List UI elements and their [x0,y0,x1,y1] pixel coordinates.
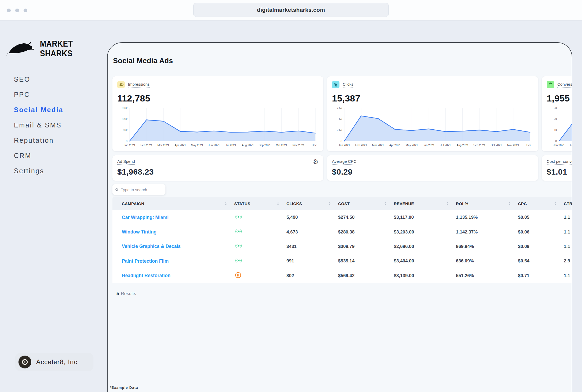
svg-text:Jun 2021: Jun 2021 [423,144,434,147]
status-badge [235,228,242,235]
clicks-card: Clicks 15,387 Jan 2021Feb 2021Mar 2021Ap… [327,76,538,151]
sort-icon[interactable] [277,201,279,206]
svg-text:Jul 2021: Jul 2021 [440,144,451,147]
sort-icon[interactable] [554,201,557,206]
campaign-link[interactable]: Window Tinting [122,229,157,235]
sort-icon[interactable] [224,201,227,206]
clicks-label[interactable]: Clicks [343,82,353,88]
svg-text:Apr 2021: Apr 2021 [389,144,401,147]
account-switcher[interactable]: Acceler8, Inc [15,353,93,371]
window-dot-icon[interactable] [7,9,11,12]
svg-text:Sep 2021: Sep 2021 [473,144,485,147]
cursor-click-icon [332,81,339,88]
clicks-cell: 802 [286,273,338,278]
conversions-value: 1,955 [547,93,572,104]
status-badge [235,257,242,264]
average-cpc-label[interactable]: Average CPC [332,159,356,165]
ad-spend-value: $1,968.23 [117,167,319,176]
conversions-chart: Jan 2021Feb 2021Mar 2021Apr 2021May 2021… [547,106,572,148]
ctr-cell: 1.1 [564,215,572,220]
page-title: Social Media Ads [113,57,173,65]
account-avatar [18,356,31,368]
campaign-cell: Vehicle Graphics & Decals [112,244,234,249]
sort-icon[interactable] [328,201,331,206]
cost-per-conversion-label[interactable]: Cost per conversion [547,159,572,165]
svg-text:Mar 2021: Mar 2021 [157,144,169,147]
impressions-label[interactable]: Impressions [128,82,150,88]
cost-per-conversion-card: Cost per conversion $1.01 [542,155,572,181]
table-row: Paint Protection Film991$535.14$3,404.00… [112,254,572,268]
sidebar-item-crm[interactable]: CRM [14,148,63,163]
svg-text:Nov 2021: Nov 2021 [507,144,519,147]
search-icon [115,188,119,192]
main-panel: Social Media Ads Impressions 112,785 Jan… [107,42,572,392]
column-header-cost[interactable]: COST [338,201,394,206]
svg-text:Jun 2021: Jun 2021 [208,144,220,147]
column-header-cpc[interactable]: CPC [518,201,564,206]
sidebar-item-reputation[interactable]: Reputation [14,133,63,148]
svg-text:0: 0 [341,140,342,143]
ctr-cell: 1.1 [564,229,572,235]
campaign-link[interactable]: Vehicle Graphics & Decals [122,244,181,249]
cpc-cell: $0.54 [518,258,564,264]
sort-icon[interactable] [446,201,449,206]
svg-text:150k: 150k [121,106,128,110]
campaign-link[interactable]: Paint Protection Film [122,258,169,264]
search-input[interactable] [121,187,163,192]
table-row: Headlight Restoration802$569.42$3,139.00… [112,269,572,283]
roi-cell: 869.84% [456,244,518,249]
column-header-roi[interactable]: ROI % [456,201,518,206]
search-box[interactable] [112,184,165,195]
shark-icon [5,40,37,57]
ad-spend-label[interactable]: Ad Spend [117,159,135,165]
url-text: digitalmarketsharks.com [257,7,325,13]
sort-icon[interactable] [508,201,511,206]
live-status-icon [235,214,242,220]
svg-text:Jul 2021: Jul 2021 [226,144,236,147]
status-cell [234,272,286,280]
sidebar-nav: SEO PPC Social Media Email & SMS Reputat… [14,72,63,179]
knot-icon [21,358,29,366]
svg-text:Feb 2021: Feb 2021 [141,144,153,147]
column-header-revenue[interactable]: REVENUE [394,201,456,206]
revenue-cell: $3,404.00 [394,258,456,264]
ctr-cell: 2.9 [564,258,572,264]
column-header-campaign[interactable]: CAMPAIGN [112,201,234,206]
window-dot-icon[interactable] [24,9,27,12]
roi-cell: 1,135.19% [456,215,518,220]
clicks-chart: Jan 2021Feb 2021Mar 2021Apr 2021May 2021… [332,106,533,148]
cost-cell: $274.50 [338,215,394,220]
svg-text:Aug 2021: Aug 2021 [242,144,254,147]
sort-icon[interactable] [384,201,387,206]
campaign-cell: Car Wrapping: Miami [112,215,234,220]
column-header-status[interactable]: STATUS [234,201,286,206]
conversions-label[interactable]: Conversions [557,82,572,88]
account-name: Acceler8, Inc [36,358,77,366]
roi-cell: 1,142.37% [456,229,518,235]
brand-name: MARKET SHARKS [40,39,107,58]
impressions-value: 112,785 [117,93,319,104]
cost-per-conversion-value: $1.01 [547,167,572,176]
sidebar-item-settings[interactable]: Settings [14,163,63,179]
address-bar[interactable]: digitalmarketsharks.com [193,3,389,17]
sidebar-item-ppc[interactable]: PPC [14,87,63,102]
status-badge [235,272,241,278]
sidebar-item-seo[interactable]: SEO [14,72,63,87]
window-controls[interactable] [7,9,27,12]
clicks-value: 15,387 [332,93,533,104]
campaign-link[interactable]: Headlight Restoration [122,273,171,278]
roi-cell: 551.26% [456,273,518,278]
revenue-cell: $3,117.00 [394,215,456,220]
revenue-cell: $3,139.00 [394,273,456,278]
sidebar-item-social-media[interactable]: Social Media [14,102,63,118]
ctr-cell: 1.1 [564,244,572,249]
window-dot-icon[interactable] [15,9,19,12]
table-header-row: CAMPAIGN STATUS CLICKS COST REVENUE ROI … [112,197,572,210]
campaign-cell: Headlight Restoration [112,273,234,278]
column-header-ctr[interactable]: CTR [564,201,572,206]
campaign-link[interactable]: Car Wrapping: Miami [122,215,169,220]
column-header-clicks[interactable]: CLICKS [286,201,338,206]
sidebar-item-email-sms[interactable]: Email & SMS [14,118,63,133]
clicks-cell: 4,673 [286,229,338,235]
gear-icon[interactable]: ⚙ [313,159,319,165]
